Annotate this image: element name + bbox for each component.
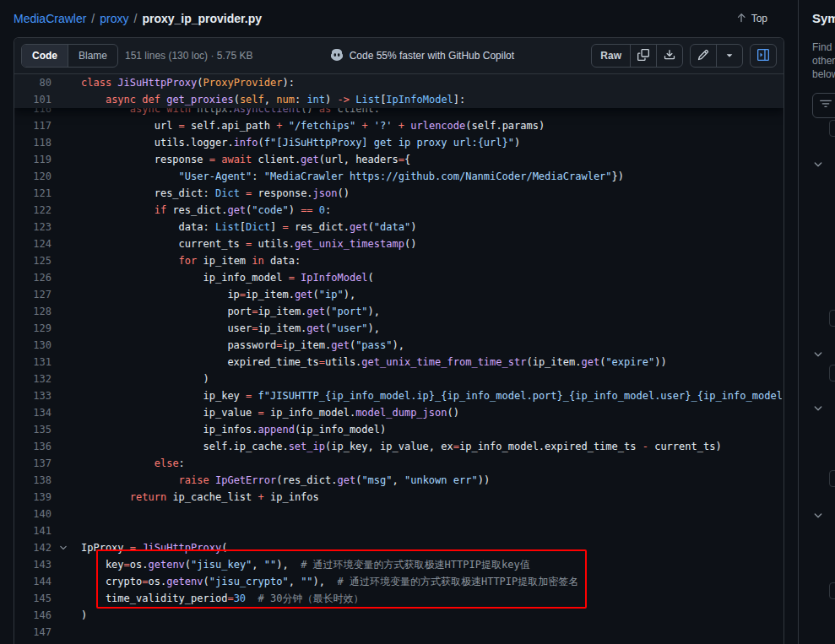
fold-gutter [52,134,81,151]
symbol-item[interactable] [829,470,835,487]
symbols-panel: Symbols Find definitions and references … [798,0,835,644]
copy-button[interactable] [630,45,656,67]
tab-blame[interactable]: Blame [68,45,117,67]
code-text: self.ip_cache.set_ip(ip_key, ip_value, e… [81,438,722,455]
tab-code[interactable]: Code [22,45,68,67]
line-number[interactable]: 122 [14,202,52,219]
line-number[interactable]: 136 [14,438,52,455]
copilot-banner[interactable]: Code 55% faster with GitHub Copilot [330,48,514,64]
line-number[interactable]: 124 [14,235,52,252]
line-number[interactable]: 135 [14,421,52,438]
raw-button[interactable]: Raw [592,45,630,67]
line-number[interactable]: 146 [14,607,52,624]
code-line-142: 142IpProxy = JiSuHttpProxy( [14,539,783,556]
fold-gutter [52,269,81,286]
symbols-filter-input[interactable] [812,93,835,118]
line-number[interactable]: 125 [14,252,52,269]
line-number[interactable]: 120 [14,168,52,185]
code-line-134: 134 ip_value = ip_info_model.model_dump_… [14,404,783,421]
line-number[interactable]: 140 [14,506,52,522]
line-number[interactable]: 123 [14,219,52,235]
code-line-143: 143 key=os.getenv("jisu_key", ""), # 通过环… [14,556,783,573]
line-number[interactable]: 141 [14,522,52,539]
code-line-137: 137 else: [14,455,783,472]
line-number[interactable]: 126 [14,269,52,286]
edit-dropdown-button[interactable] [716,45,742,67]
symbols-description-line: below or in the code. [812,68,835,81]
line-number[interactable]: 132 [14,371,52,387]
line-number[interactable]: 129 [14,320,52,337]
fold-gutter [52,573,81,590]
code-line-122: 122 if res_dict.get("code") == 0: [14,202,783,219]
code-text: user=ip_item.get("user"), [81,320,380,337]
line-number[interactable]: 80 [14,74,52,91]
symbol-item[interactable] [829,120,835,137]
symbol-item[interactable] [829,582,835,599]
code-line-135: 135 ip_infos.append(ip_info_model) [14,421,783,438]
section-chevron-down-icon[interactable] [812,156,829,173]
line-number[interactable]: 139 [14,489,52,506]
code-blame-toggle: Code Blame [21,44,118,68]
breadcrumb-folder-link[interactable]: proxy [100,12,128,25]
scroll-to-top-button[interactable]: Top [735,12,767,26]
line-number[interactable]: 145 [14,590,52,607]
line-number[interactable]: 128 [14,303,52,320]
fold-chevron-icon[interactable] [52,539,81,556]
code-text: "User-Agent": "MediaCrawler https://gith… [81,168,624,185]
symbols-panel-description: Find definitions and references for func… [812,41,835,81]
line-number[interactable]: 131 [14,354,52,371]
code-line-145: 145 time_validity_period=30 # 30分钟（最长时效） [14,590,783,607]
line-number[interactable]: 137 [14,455,52,472]
line-number[interactable]: 118 [14,134,52,151]
fold-gutter [52,404,81,421]
line-number[interactable]: 121 [14,185,52,202]
line-number[interactable]: 127 [14,286,52,303]
section-chevron-down-icon[interactable] [812,346,829,363]
fold-gutter [52,607,81,624]
line-number[interactable]: 143 [14,556,52,573]
symbol-item[interactable] [829,365,835,382]
line-number[interactable]: 119 [14,151,52,168]
code-line-138: 138 raise IpGetError(res_dict.get("msg",… [14,472,783,489]
line-number[interactable]: 101 [14,91,52,108]
code-line-124: 124 current_ts = utils.get_unix_timestam… [14,235,783,252]
line-number[interactable]: 130 [14,337,52,354]
breadcrumb-separator: / [91,12,95,25]
fold-gutter [52,371,81,387]
line-number[interactable]: 138 [14,472,52,489]
code-text: if res_dict.get("code") == 0: [81,202,331,219]
edit-button[interactable] [691,45,716,67]
code-text: for ip_item in data: [81,252,301,269]
line-number[interactable]: 134 [14,404,52,421]
fold-gutter [52,489,81,506]
code-editor-area: 116 async with httpx.AsyncClient() as cl… [14,74,783,644]
code-line-140: 140 [14,506,783,522]
code-line-119: 119 response = await client.get(url, hea… [14,151,783,168]
breadcrumb-repo-link[interactable]: MediaCrawler [14,12,86,25]
section-chevron-down-icon[interactable] [812,507,829,524]
download-button[interactable] [656,45,682,67]
symbols-panel-toggle-button[interactable] [750,44,777,68]
code-text: crypto=os.getenv("jisu_crypto", ""), # 通… [81,573,578,590]
fold-gutter [52,286,81,303]
line-number[interactable]: 144 [14,573,52,590]
symbol-item[interactable] [829,310,835,327]
code-text: url = self.api_path + "/fetchips" + '?' … [81,117,545,134]
breadcrumb: MediaCrawler / proxy / proxy_ip_provider… [14,12,262,25]
code-text: else: [81,455,185,472]
code-text: time_validity_period=30 # 30分钟（最长时效） [81,590,363,607]
line-number[interactable]: 142 [14,539,52,556]
line-number[interactable]: 147 [14,624,52,641]
fold-gutter [52,421,81,438]
code-line-141: 141 [14,522,783,539]
fold-gutter [52,506,81,522]
code-text: IpProxy = JiSuHttpProxy( [81,539,227,556]
code-text: key=os.getenv("jisu_key", ""), # 通过环境变量的… [81,556,530,573]
code-text: current_ts = utils.get_unix_timestamp() [81,235,416,252]
section-chevron-down-icon[interactable] [812,400,829,417]
sticky-lines: 80class JiSuHttpProxy(ProxyProvider):101… [14,74,783,108]
line-number[interactable]: 117 [14,117,52,134]
code-line-126: 126 ip_info_model = IpInfoModel( [14,269,783,286]
fold-gutter [52,185,81,202]
line-number[interactable]: 133 [14,387,52,404]
